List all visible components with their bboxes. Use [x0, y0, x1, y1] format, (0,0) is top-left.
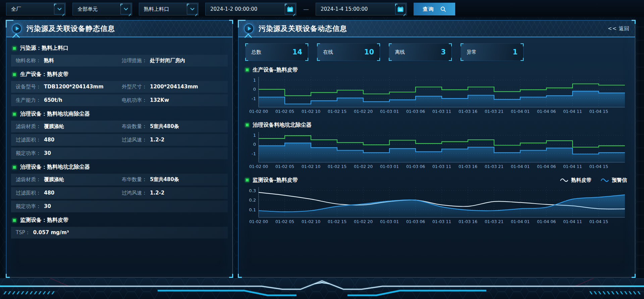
y-tick-label: 0: [253, 142, 256, 147]
y-tick-label: 0.2: [249, 198, 256, 203]
chevron-down-icon[interactable]: [120, 4, 131, 14]
query-button[interactable]: 查询: [414, 3, 455, 15]
date-to-input[interactable]: 2024-1-4 15:00:00: [316, 3, 407, 15]
x-tick-label: 01-03 01: [380, 109, 399, 114]
corner-bracket: [305, 58, 308, 61]
x-tick-label: 01-02 00: [249, 219, 268, 224]
chart-title-row: 监测设备-熟料皮带熟料皮带预警信: [245, 175, 628, 185]
dynamic-panel-title: 污染源及关联设备动态信息: [259, 24, 347, 33]
legend-label: 预警信: [612, 177, 627, 183]
corner-bracket: [389, 43, 392, 46]
data-field: 布袋数量：5室共480条: [122, 123, 228, 130]
x-tick-label: 01-04 01: [511, 219, 530, 224]
legend-item-0[interactable]: 熟料皮带: [560, 177, 591, 183]
green-square-bullet: [12, 218, 16, 222]
corner-bracket: [461, 58, 464, 61]
field-value: 480: [44, 137, 54, 143]
stat-label: 总数: [251, 49, 261, 55]
field-value: TDB1200*204143mm: [44, 84, 104, 90]
chart-block-2: 监测设备-熟料皮带熟料皮带预警信0.30.20.101-02 0001-02 0…: [245, 175, 628, 226]
corner-bracket: [449, 43, 452, 46]
chart-block-0: 生产设备-熟料皮带10-101-02 0001-02 0501-02 1001-…: [245, 65, 628, 116]
chevron-down-icon[interactable]: [187, 4, 198, 14]
calendar-icon[interactable]: [285, 4, 296, 14]
x-tick-label: 01-03 16: [459, 219, 477, 224]
section-header: 污染源：熟料上料口: [11, 42, 228, 55]
date-from-input[interactable]: 2024-1-2 00:00:00: [205, 3, 297, 15]
y-tick-label: 0: [253, 87, 256, 92]
corner-bracket: [245, 58, 248, 61]
field-label: 物料名称：: [16, 57, 41, 64]
green-square-bullet: [245, 68, 249, 72]
x-tick-label: 01-03 11: [432, 219, 451, 224]
data-field: TSP：0.057 mg/m³: [16, 229, 228, 236]
chevron-down-icon[interactable]: [54, 4, 65, 14]
x-tick-label: 01-02 15: [328, 164, 346, 169]
chart-title: 治理设备料地坑北除尘器: [253, 122, 312, 129]
select-pollution-source[interactable]: 熟料上料口: [139, 3, 199, 15]
field-label: 滤袋材质：: [16, 176, 41, 183]
corner-bracket: [317, 58, 320, 61]
data-row: 生产能力：650t/h电机功率：132Kw: [11, 94, 228, 106]
calendar-icon[interactable]: [395, 4, 406, 14]
corner-bracket: [305, 43, 308, 46]
x-tick-label: 01-04 15: [589, 164, 608, 169]
static-panel-title: 污染源及关联设备静态信息: [26, 24, 115, 33]
legend-item-1[interactable]: 预警信: [601, 177, 627, 183]
select-plant[interactable]: 全厂: [6, 3, 66, 15]
data-row: 过滤面积：480过鸿风速：1.2-2: [11, 187, 228, 199]
field-value: 1.2-2: [150, 190, 164, 196]
data-row: 物料名称：熟料治理措施：处于封闭厂房内: [11, 55, 228, 67]
corner-decoration: [6, 274, 10, 278]
chart-legend: 熟料皮带预警信: [560, 177, 628, 183]
data-field: 额定功率：30: [16, 150, 228, 157]
x-tick-label: 01-03 16: [459, 109, 477, 114]
y-tick-label: -1: [252, 96, 256, 101]
field-label: TSP：: [16, 229, 30, 236]
data-field: 外型尺寸：1200*204143mm: [122, 84, 228, 90]
field-label: 过滤面积：: [16, 137, 41, 143]
data-field: 额定功率：30: [16, 203, 228, 210]
y-tick-label: 0.3: [249, 188, 256, 193]
section-header-text: 治理设备：熟料地坑北除尘器: [20, 164, 90, 171]
back-link[interactable]: << 返回: [608, 26, 630, 32]
field-label: 过滤风速：: [122, 137, 147, 143]
data-row: 滤袋材质：覆膜涤纶布袋数量：5室共480条: [11, 121, 228, 132]
green-square-bullet: [12, 73, 16, 77]
x-tick-label: 01-04 06: [537, 109, 556, 114]
section-header: 治理设备：熟料地坑南除尘器: [11, 108, 228, 121]
green-square-bullet: [245, 178, 249, 182]
x-tick-label: 01-03 01: [380, 219, 399, 224]
x-tick-label: 01-02 00: [249, 164, 268, 169]
x-tick-label: 01-03 06: [406, 109, 425, 114]
field-value: 熟料: [44, 57, 54, 64]
x-tick-label: 01-04 06: [537, 164, 556, 169]
x-tick-label: 01-03 16: [459, 164, 477, 169]
data-row: 滤袋材质：覆膜涤纶布华数量：5室共480条: [11, 174, 228, 185]
y-tick-label: 1: [253, 78, 256, 83]
field-value: 覆膜涤纶: [44, 123, 64, 130]
field-label: 额定功率：: [16, 203, 41, 210]
date-range-separator: —: [303, 6, 309, 12]
field-value: 处于封闭厂房内: [150, 57, 185, 64]
stat-value: 1: [513, 48, 518, 56]
corner-decoration: [229, 20, 233, 24]
field-label: 过鸿风速：: [122, 190, 147, 196]
x-tick-label: 01-03 06: [406, 219, 425, 224]
chart-title-row: 生产设备-熟料皮带: [245, 65, 628, 75]
select-unit[interactable]: 全部单元: [72, 3, 132, 15]
chart-svg-2: 0.30.20.101-02 0001-02 0501-02 1001-02 1…: [245, 185, 628, 226]
query-button-label: 查询: [423, 6, 434, 12]
green-square-bullet: [12, 112, 16, 116]
y-tick-label: 1: [253, 133, 256, 138]
search-icon: [440, 6, 446, 12]
select-plant-value: 全厂: [6, 6, 21, 12]
field-value: 30: [44, 203, 51, 209]
x-tick-label: 01-03 06: [406, 164, 425, 169]
field-label: 治理措施：: [122, 57, 147, 64]
field-label: 过滤面积：: [16, 190, 41, 196]
series-line-1: [259, 136, 625, 147]
field-label: 额定功率：: [16, 150, 41, 157]
dynamic-info-body: 总数14在线10离线3异常1 生产设备-熟料皮带10-101-02 0001-0…: [238, 43, 635, 226]
stat-box-2: 离线3: [389, 43, 452, 61]
